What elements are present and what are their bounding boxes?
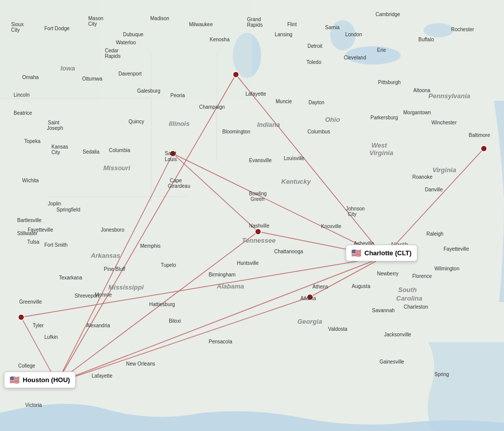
- houston-flag: 🇺🇸: [10, 375, 20, 385]
- city-label-dubuque: Dubuque: [123, 32, 144, 37]
- city-label-saint-joseph2: Joseph: [47, 125, 63, 131]
- state-label-virginia: Virginia: [432, 166, 456, 174]
- houston-tooltip[interactable]: 🇺🇸 Houston (HOU): [4, 372, 76, 388]
- city-label-grand-rapids2: Rapids: [247, 22, 263, 28]
- city-label-springfield: Springfield: [56, 207, 80, 212]
- city-label-fort-smith: Fort Smith: [44, 242, 68, 248]
- charlotte-tooltip[interactable]: 🇺🇸 Charlotte (CLT): [346, 245, 417, 261]
- map-container: Sioux City Fort Dodge Mason City Waterlo…: [0, 0, 504, 431]
- city-label-champaign: Champaign: [199, 104, 225, 110]
- city-label-bartlesville: Bartlesville: [17, 218, 42, 223]
- city-label-roanoke: Roanoke: [412, 174, 432, 180]
- city-label-omaha: Omaha: [22, 75, 39, 80]
- city-label-college: College: [18, 363, 35, 369]
- city-label-savannah: Savannah: [372, 308, 395, 313]
- svg-point-4: [423, 23, 454, 37]
- city-label-florence: Florence: [412, 273, 432, 279]
- city-label-raleigh: Raleigh: [426, 231, 444, 237]
- city-label-monroe: Monroe: [95, 292, 112, 298]
- airport-dot-ORD[interactable]: [233, 71, 239, 78]
- airport-dot-DAL[interactable]: [18, 314, 24, 320]
- city-label-evansville: Evansville: [249, 158, 272, 163]
- city-label-flint: Flint: [287, 22, 297, 27]
- airport-dot-BNA[interactable]: [255, 229, 261, 235]
- state-label-kentucky: Kentucky: [281, 178, 311, 185]
- charlotte-label: Charlotte (CLT): [364, 249, 412, 257]
- city-label-fayetteville-ar: Fayetteville: [28, 227, 53, 233]
- state-label-indiana: Indiana: [257, 121, 280, 128]
- city-label-rochester: Rochester: [451, 27, 474, 32]
- state-label-georgia: Georgia: [297, 318, 322, 325]
- city-label-huntsville: Huntsville: [237, 260, 259, 266]
- city-label-baltimore: Baltimore: [469, 132, 490, 138]
- city-label-mason-city: Mason: [88, 16, 103, 21]
- city-label-cambridge: Cambridge: [375, 12, 400, 17]
- city-label-johnson-city2: City: [348, 211, 356, 217]
- city-label-winchester: Winchester: [431, 120, 457, 125]
- city-label-hattiesburg: Hattiesburg: [149, 302, 175, 307]
- city-label-sioux-city: Sioux: [11, 22, 24, 27]
- city-label-sedalia: Sedalia: [83, 149, 100, 155]
- city-label-quincy: Quincy: [129, 119, 144, 124]
- airport-dot-DCA[interactable]: [481, 146, 487, 152]
- city-label-biloxi: Biloxi: [169, 318, 181, 324]
- state-label-wv2: Virginia: [369, 149, 393, 157]
- city-label-chattanooga: Chattanooga: [274, 249, 303, 254]
- city-label-parkersburg: Parkersburg: [370, 115, 398, 120]
- city-label-saint-joseph: Saint: [48, 120, 59, 125]
- city-label-wilmington: Wilmington: [434, 266, 459, 271]
- state-label-wv: West: [371, 141, 387, 149]
- city-label-lincoln: Lincoln: [14, 92, 30, 98]
- city-label-lafayette-la: Lafayette: [92, 373, 113, 379]
- city-label-bloomington: Bloomington: [222, 129, 250, 134]
- city-label-lansing: Lansing: [275, 32, 292, 37]
- city-label-birmingham: Birmingham: [209, 272, 235, 277]
- state-label-pennsylvania: Pennsylvania: [428, 92, 470, 100]
- charlotte-flag: 🇺🇸: [351, 248, 361, 258]
- city-label-saint-louis2: Louis: [165, 157, 177, 162]
- city-label-kenosha: Kenosha: [210, 37, 230, 42]
- city-label-cape-girardeau2: Girardeau: [168, 183, 190, 189]
- city-label-wichita: Wichita: [22, 178, 39, 183]
- city-label-grand-rapids: Grand: [247, 17, 261, 22]
- city-label-memphis: Memphis: [140, 243, 161, 249]
- city-label-columbus: Columbus: [307, 129, 330, 134]
- city-label-pittsburgh: Pittsburgh: [378, 80, 401, 85]
- city-label-tupelo: Tupelo: [161, 262, 176, 268]
- state-label-illinois: Illinois: [169, 120, 190, 127]
- city-label-lafayette: Lafayette: [245, 91, 267, 97]
- city-label-davenport: Davenport: [118, 71, 142, 77]
- state-label-iowa: Iowa: [60, 64, 75, 72]
- city-label-beatrice: Beatrice: [14, 110, 32, 116]
- city-label-morgantown: Morgantown: [403, 110, 431, 115]
- city-label-greenville-tx: Greenville: [19, 299, 42, 305]
- city-label-muncie: Muncie: [276, 99, 292, 104]
- city-label-dayton: Dayton: [308, 100, 325, 105]
- city-label-spring: Spring: [434, 372, 449, 377]
- state-label-ohio: Ohio: [325, 116, 340, 123]
- city-label-louisville: Louisville: [284, 156, 305, 161]
- city-label-buffalo: Buffalo: [418, 37, 434, 42]
- state-label-missouri: Missouri: [103, 164, 131, 172]
- city-label-sioux-city2: City: [11, 27, 20, 33]
- city-label-sarnia: Sarnia: [325, 25, 340, 30]
- city-label-galesburg: Galesburg: [137, 88, 160, 94]
- city-label-newberry: Newberry: [377, 271, 399, 276]
- city-label-cedar-rapids2: Rapids: [105, 53, 120, 59]
- city-label-kc: Kansas: [51, 144, 68, 150]
- city-label-augusta: Augusta: [352, 283, 370, 289]
- houston-label: Houston (HOU): [23, 376, 70, 384]
- city-label-waterloo: Waterloo: [116, 40, 136, 45]
- city-label-johnson-city: Johnson: [346, 206, 365, 211]
- city-label-columbia: Columbia: [109, 148, 131, 153]
- city-label-jonesboro: Jonesboro: [101, 227, 124, 233]
- city-label-erie: Erie: [377, 47, 386, 53]
- city-label-pine-bluff: Pine Bluff: [104, 266, 125, 272]
- city-label-cleveland: Cleveland: [344, 55, 366, 60]
- city-label-athens: Athens: [312, 284, 328, 290]
- city-label-ottumwa: Ottumwa: [82, 76, 102, 82]
- city-label-new-orleans: New Orleans: [126, 361, 155, 367]
- city-label-detroit: Detroit: [307, 43, 323, 49]
- state-label-sc2: Carolina: [396, 295, 422, 302]
- city-label-toledo: Toledo: [306, 59, 322, 65]
